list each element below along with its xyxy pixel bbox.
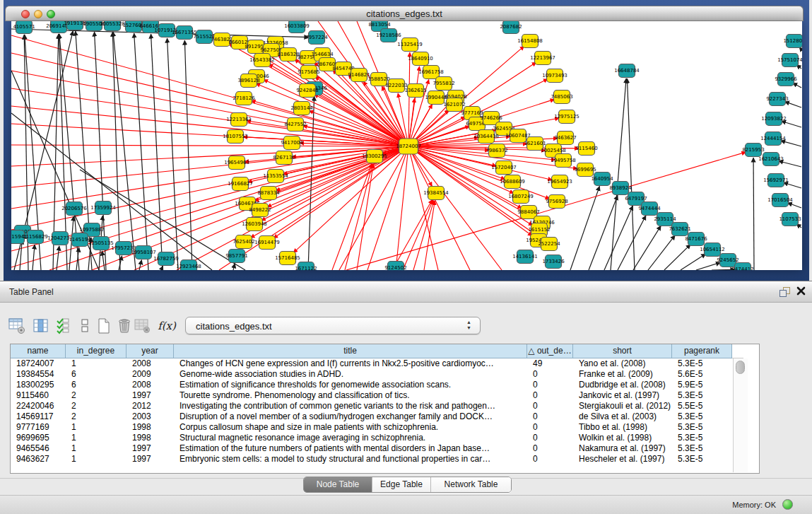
- graph-node[interactable]: 12093822: [761, 112, 787, 126]
- graph-node[interactable]: 9227343: [766, 93, 788, 106]
- graph-node[interactable]: 8215953: [742, 144, 764, 157]
- destroy-table-icon[interactable]: [133, 317, 153, 335]
- graph-node[interactable]: 4105571: [13, 21, 35, 34]
- tab-network-table[interactable]: Network Table: [431, 477, 511, 492]
- graph-node[interactable]: 7955812: [433, 77, 454, 90]
- table-chooser-dropdown[interactable]: citations_edges.txt ▲▼: [185, 317, 481, 334]
- table-row[interactable]: 1938455462009Genome-wide association stu…: [11, 369, 732, 380]
- graph-node[interactable]: 10688609: [500, 175, 525, 189]
- graph-node[interactable]: 18107553: [223, 130, 248, 144]
- graph-node[interactable]: 9242848: [296, 84, 318, 98]
- graph-node[interactable]: 14136141: [512, 250, 538, 264]
- table-row[interactable]: 946554611997Estimation of the future num…: [11, 443, 732, 454]
- graph-node[interactable]: 19654923: [547, 175, 572, 189]
- create-table-icon[interactable]: [7, 317, 27, 335]
- graph-node[interactable]: 16648784: [614, 64, 640, 78]
- function-builder-icon[interactable]: f(x): [157, 317, 177, 335]
- graph-node[interactable]: 7632621: [669, 223, 690, 236]
- table-row[interactable]: 1872400712008Changes of HCN gene express…: [11, 358, 732, 369]
- graph-node[interactable]: 16033809: [284, 21, 310, 33]
- table-row[interactable]: 911546021997Tourette syndrome. Phenomeno…: [11, 390, 732, 401]
- table-scrollbar[interactable]: [733, 358, 748, 472]
- graph-node[interactable]: 19384554: [423, 187, 449, 200]
- close-panel-icon[interactable]: [796, 286, 806, 296]
- graph-node[interactable]: 12975125: [554, 110, 579, 124]
- tab-edge-table[interactable]: Edge Table: [372, 477, 431, 492]
- graph-node[interactable]: 15751074: [777, 54, 802, 67]
- column-header-title[interactable]: title: [174, 344, 527, 358]
- graph-node[interactable]: 10055328: [100, 21, 125, 31]
- graph-node[interactable]: 9463627: [554, 132, 576, 145]
- graph-node[interactable]: 9699695: [574, 163, 596, 177]
- column-header-short[interactable]: short: [573, 344, 672, 358]
- graph-node[interactable]: 11353554: [263, 170, 288, 183]
- graph-node[interactable]: 15716485: [275, 252, 300, 265]
- graph-node[interactable]: 12923468: [176, 260, 201, 271]
- row-height-icon[interactable]: [75, 317, 95, 335]
- graph-node[interactable]: 7625402: [233, 235, 254, 249]
- memory-ok-indicator[interactable]: [782, 499, 793, 510]
- graph-node[interactable]: 16807249: [508, 190, 534, 204]
- graph-node[interactable]: 15720407: [491, 161, 517, 175]
- graph-node[interactable]: 1733426: [542, 255, 565, 269]
- graph-node[interactable]: 12444154: [760, 132, 786, 146]
- graph-node[interactable]: 16914479: [254, 236, 280, 250]
- graph-node[interactable]: 9474412: [731, 263, 753, 271]
- graph-node[interactable]: 16210643: [758, 153, 784, 166]
- table-row[interactable]: 1456911722003Disruption of a novel membe…: [11, 411, 732, 422]
- graph-node[interactable]: 2718126: [233, 92, 255, 105]
- graph-node[interactable]: 8498222: [249, 204, 271, 217]
- graph-node[interactable]: 2803144: [290, 102, 313, 115]
- column-header-in_degree[interactable]: in_degree: [66, 344, 126, 358]
- show-columns-icon[interactable]: [31, 317, 51, 335]
- table-row[interactable]: 969969511998Structural magnetic resonanc…: [11, 433, 732, 443]
- graph-node[interactable]: 7485063: [551, 90, 572, 104]
- graph-node[interactable]: 9756928: [546, 195, 567, 209]
- graph-node[interactable]: 1362615: [404, 84, 426, 98]
- network-window-titlebar[interactable]: citations_edges.txt: [5, 6, 804, 21]
- graph-node[interactable]: 9857791: [225, 250, 247, 263]
- graph-node[interactable]: 8427552: [284, 118, 306, 132]
- graph-node[interactable]: 1640954: [591, 173, 613, 186]
- graph-node[interactable]: 9115460: [575, 142, 597, 156]
- graph-node[interactable]: 1621072: [443, 98, 465, 112]
- graph-node[interactable]: 12213363: [226, 113, 252, 127]
- delete-entries-trash-icon[interactable]: [114, 317, 134, 335]
- column-header-year[interactable]: year: [126, 344, 174, 358]
- column-header-pagerank[interactable]: pagerank: [672, 344, 732, 358]
- graph-node[interactable]: 15692971: [763, 174, 789, 187]
- graph-node[interactable]: 12213967: [530, 52, 555, 65]
- graph-node[interactable]: 11325419: [397, 38, 423, 52]
- graph-node[interactable]: 9329966: [775, 73, 797, 86]
- graph-node[interactable]: 9417004: [281, 136, 303, 150]
- graph-node[interactable]: 9124502: [384, 262, 406, 271]
- graph-node[interactable]: 3896128: [237, 74, 259, 88]
- table-row[interactable]: 977716911998Corpus callosum shape and si…: [11, 422, 732, 433]
- graph-node[interactable]: 2087682: [500, 21, 522, 34]
- graph-node[interactable]: 18640910: [408, 52, 433, 66]
- graph-node[interactable]: 1671122: [295, 262, 317, 271]
- graph-node[interactable]: 8471676: [685, 233, 707, 246]
- graph-node[interactable]: 12505135: [88, 237, 114, 250]
- graph-node[interactable]: 1107533: [779, 213, 801, 226]
- graph-node[interactable]: 17016504: [767, 194, 793, 207]
- citation-network-graph[interactable]: 4105571206914061919138190550610055328152…: [11, 21, 802, 270]
- select-rows-icon[interactable]: [54, 317, 73, 335]
- graph-node[interactable]: 8267130: [273, 151, 295, 165]
- graph-node[interactable]: 7986372: [486, 144, 507, 158]
- new-document-icon[interactable]: [94, 317, 114, 335]
- graph-node[interactable]: 16782759: [153, 252, 179, 266]
- graph-node[interactable]: 8878334: [257, 187, 280, 200]
- graph-node[interactable]: 9175685: [298, 66, 319, 79]
- graph-node[interactable]: 2522254: [538, 238, 560, 251]
- tab-node-table[interactable]: Node Table: [304, 477, 372, 492]
- graph-node[interactable]: 8186328: [277, 48, 299, 62]
- table-row[interactable]: 1830029562008Estimation of significance …: [11, 380, 732, 390]
- scrollbar-thumb[interactable]: [736, 361, 745, 374]
- graph-node[interactable]: 7957224: [305, 31, 328, 45]
- graph-node[interactable]: 10973493: [542, 69, 567, 83]
- column-header-out_de[interactable]: △ out_de…: [527, 344, 573, 358]
- table-row[interactable]: 2242004622012Investigating the contribut…: [11, 401, 732, 411]
- table-row[interactable]: 946362711997Embryonic stem cells: a mode…: [11, 454, 732, 465]
- graph-node[interactable]: 19654963: [224, 156, 249, 170]
